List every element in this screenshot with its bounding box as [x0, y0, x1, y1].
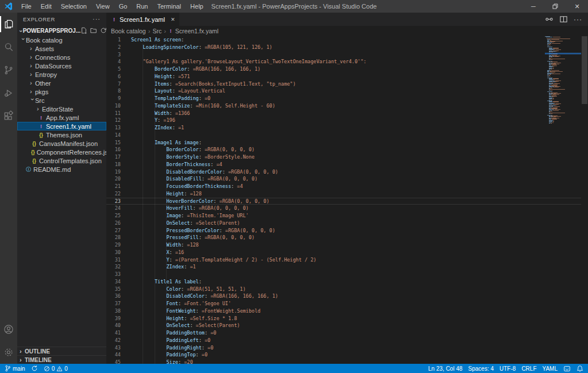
minimap[interactable]: [545, 36, 581, 364]
close-button[interactable]: ✕: [566, 0, 588, 13]
open-changes-icon[interactable]: [545, 15, 554, 24]
close-tab-icon[interactable]: ✕: [171, 17, 175, 22]
run-debug-icon[interactable]: [0, 82, 17, 105]
menu-run[interactable]: Run: [132, 0, 152, 13]
language-mode[interactable]: YAML: [543, 364, 558, 373]
tree-item-src[interactable]: ›Src: [17, 96, 106, 105]
code-line[interactable]: 42 PaddingLeft: =0: [106, 337, 581, 344]
new-file-icon[interactable]: [80, 27, 87, 34]
code-line[interactable]: 9 TemplatePadding: =0: [106, 95, 581, 102]
source-control-icon[interactable]: [0, 59, 17, 82]
code-line[interactable]: 38 FontWeight: =FontWeight.Semibold: [106, 307, 581, 315]
outline-section[interactable]: › OUTLINE: [17, 347, 106, 355]
code-line[interactable]: 33: [106, 271, 581, 278]
encoding[interactable]: UTF-8: [499, 364, 516, 373]
explorer-icon[interactable]: [0, 13, 17, 36]
code-line[interactable]: 31 Y: =(Parent.TemplateHeight / 2) - (Se…: [106, 256, 581, 264]
code-line[interactable]: 4 "Gallery1 As gallery.'BrowseLayout_Ver…: [106, 58, 581, 66]
code-line[interactable]: 28 PressedFill: =RGBA(0, 0, 0, 0): [106, 234, 581, 241]
code-line[interactable]: 43 PaddingRight: =0: [106, 344, 581, 352]
tree-item-assets[interactable]: ›Assets: [17, 44, 106, 53]
accounts-icon[interactable]: [0, 318, 17, 341]
split-editor-icon[interactable]: [559, 15, 568, 24]
extensions-icon[interactable]: [0, 105, 17, 128]
tree-item-entropy[interactable]: ›Entropy: [17, 70, 106, 79]
menu-terminal[interactable]: Terminal: [153, 0, 186, 13]
code-line[interactable]: 23 HoverBorderColor: =RGBA(0, 0, 0, 0): [106, 198, 581, 205]
restore-button[interactable]: [544, 0, 566, 13]
code-line[interactable]: 29 Width: =128: [106, 241, 581, 249]
code-editor[interactable]: 1Screen1 As screen:2 LoadingSpinnerColor…: [106, 36, 581, 364]
tree-item-app-fx-yaml[interactable]: !App.fx.yaml: [17, 113, 106, 122]
code-line[interactable]: 21 FocusedBorderThickness: =4: [106, 183, 581, 190]
code-line[interactable]: 25 Image: =ThisItem.'Image URL': [106, 212, 581, 220]
code-line[interactable]: 16 BorderColor: =RGBA(0, 0, 0, 0): [106, 146, 581, 153]
editor-scrollbar[interactable]: [581, 36, 588, 364]
code-line[interactable]: 19 DisabledBorderColor: =RGBA(0, 0, 0, 0…: [106, 168, 581, 176]
indentation[interactable]: Spaces: 4: [468, 364, 494, 373]
code-line[interactable]: 39 Height: =Self.Size * 1.8: [106, 315, 581, 322]
code-line[interactable]: 27 PressedBorderColor: =RGBA(0, 0, 0, 0): [106, 227, 581, 234]
cursor-position[interactable]: Ln 23, Col 48: [428, 364, 463, 373]
code-line[interactable]: 36 DisabledColor: =RGBA(166, 166, 166, 1…: [106, 293, 581, 300]
breadcrumb-item[interactable]: Book catalog: [111, 28, 146, 34]
problems-item[interactable]: 0 0: [44, 364, 68, 373]
code-line[interactable]: 11 Width: =1366: [106, 110, 581, 117]
code-line[interactable]: 45 Size: =20: [106, 359, 581, 364]
breadcrumb-file[interactable]: Screen1.fx.yaml: [175, 28, 218, 34]
editor-more-actions-icon[interactable]: ···: [574, 16, 582, 24]
tree-item-book-catalog[interactable]: ›Book catalog: [17, 36, 106, 44]
minimize-button[interactable]: ─: [522, 0, 544, 13]
settings-gear-icon[interactable]: [0, 341, 17, 364]
menu-file[interactable]: File: [17, 0, 36, 13]
code-line[interactable]: 6 Height: =571: [106, 73, 581, 80]
code-line[interactable]: 10 TemplateSize: =Min(160, Self.Height -…: [106, 102, 581, 110]
code-line[interactable]: 15 Image1 As image:: [106, 139, 581, 147]
code-line[interactable]: 41 PaddingBottom: =0: [106, 329, 581, 337]
code-line[interactable]: 2 LoadingSpinnerColor: =RGBA(105, 121, 1…: [106, 44, 581, 51]
menu-view[interactable]: View: [91, 0, 114, 13]
workspace-section-header[interactable]: › POWERAPPSPROJ...: [17, 25, 106, 36]
menu-selection[interactable]: Selection: [56, 0, 91, 13]
search-icon[interactable]: [0, 36, 17, 59]
scrollbar-slider[interactable]: [582, 36, 587, 104]
tree-item-connections[interactable]: ›Connections: [17, 53, 106, 61]
git-branch-item[interactable]: main: [5, 364, 25, 373]
code-line[interactable]: 8 Layout: =Layout.Vertical: [106, 87, 581, 95]
breadcrumb-item[interactable]: Src: [152, 28, 162, 34]
tree-item-datasources[interactable]: ›DataSources: [17, 61, 106, 70]
tree-item-controltemplates-json[interactable]: {}ControlTemplates.json: [17, 156, 106, 165]
notifications-bell-icon[interactable]: [577, 365, 583, 372]
code-line[interactable]: 22 Height: =128: [106, 190, 581, 198]
tree-item-themes-json[interactable]: {}Themes.json: [17, 130, 106, 139]
code-line[interactable]: 17 BorderStyle: =BorderStyle.None: [106, 153, 581, 161]
code-line[interactable]: 35 Color: =RGBA(51, 51, 51, 1): [106, 286, 581, 293]
code-line[interactable]: 13 ZIndex: =1: [106, 124, 581, 132]
code-line[interactable]: 32 ZIndex: =1: [106, 263, 581, 271]
menu-go[interactable]: Go: [114, 0, 132, 13]
tree-item-componentreferences-json[interactable]: {}ComponentReferences.json: [17, 148, 106, 156]
code-line[interactable]: 40 OnSelect: =Select(Parent): [106, 322, 581, 329]
menu-edit[interactable]: Edit: [36, 0, 56, 13]
code-line[interactable]: 12 Y: =196: [106, 117, 581, 124]
code-line[interactable]: 44 PaddingTop: =0: [106, 351, 581, 359]
code-line[interactable]: 26 OnSelect: =Select(Parent): [106, 220, 581, 227]
tree-item-editorstate[interactable]: ›EditorState: [17, 105, 106, 113]
code-line[interactable]: 5 BorderColor: =RGBA(166, 166, 166, 1): [106, 66, 581, 73]
tree-item-other[interactable]: ›Other: [17, 79, 106, 87]
tree-item-pkgs[interactable]: ›pkgs: [17, 87, 106, 96]
code-line[interactable]: 7 Items: =Search(Books,TextInput1.Text, …: [106, 80, 581, 88]
code-line[interactable]: 3: [106, 51, 581, 59]
new-folder-icon[interactable]: [90, 27, 97, 34]
tree-item-readme-md[interactable]: iREADME.md: [17, 165, 106, 174]
eol-sequence[interactable]: CRLF: [521, 364, 536, 373]
code-line[interactable]: 20 DisabledFill: =RGBA(0, 0, 0, 0): [106, 175, 581, 183]
code-line[interactable]: 14: [106, 132, 581, 139]
tab-screen1-fx-yaml[interactable]: ! Screen1.fx.yaml ✕: [106, 13, 179, 26]
menu-help[interactable]: Help: [186, 0, 208, 13]
timeline-section[interactable]: › TIMELINE: [17, 355, 106, 364]
views-more-actions-icon[interactable]: ···: [93, 16, 101, 22]
code-line[interactable]: 24 HoverFill: =RGBA(0, 0, 0, 0): [106, 205, 581, 212]
tree-item-canvasmanifest-json[interactable]: {}CanvasManifest.json: [17, 139, 106, 148]
code-line[interactable]: 37 Font: =Font.'Segoe UI': [106, 300, 581, 307]
